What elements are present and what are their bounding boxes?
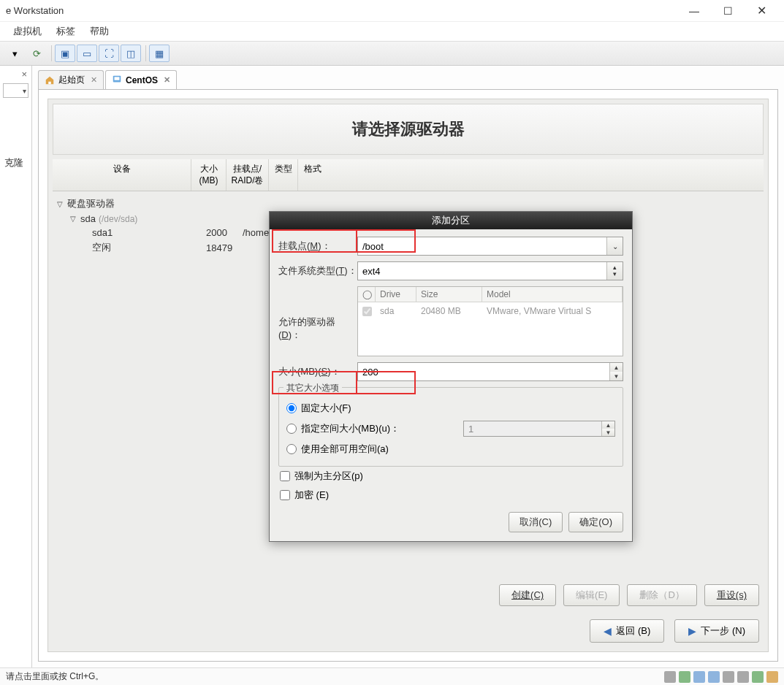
mountpoint-label: 挂载点(M)： — [278, 240, 357, 253]
tree-label: 空闲 — [92, 241, 111, 254]
next-button[interactable]: ▶下一步 (N) — [674, 619, 759, 643]
toolbar-view2-icon[interactable]: ▭ — [77, 45, 97, 62]
radio-all[interactable]: 使用全部可用空间(a) — [286, 440, 615, 459]
col-model[interactable]: Model — [482, 287, 623, 302]
vm-icon — [112, 74, 122, 86]
library-close-icon[interactable]: × — [21, 69, 27, 80]
fstype-input[interactable] — [358, 262, 606, 280]
tray-usb-icon[interactable] — [708, 671, 720, 683]
window-minimize-button[interactable]: — — [677, 0, 711, 22]
col-format[interactable]: 格式 — [298, 159, 327, 191]
tab-content: 请选择源驱动器 设备 大小 (MB) 挂载点/ RAID/卷 类型 格式 ▽ 硬… — [38, 89, 778, 662]
toolbar-fullscreen-icon[interactable]: ⛶ — [99, 45, 119, 62]
window-close-button[interactable]: ✕ — [745, 0, 778, 22]
radio-fixed[interactable]: 固定大小(F) — [286, 399, 615, 418]
tray-cd-icon[interactable] — [679, 671, 690, 683]
radio-upto[interactable]: 指定空间大小(MB)(u)： ▲▼ — [286, 418, 615, 440]
window-titlebar: e Workstation — ☐ ✕ — [0, 0, 784, 22]
toolbar-separator2 — [145, 45, 146, 61]
tray-sound-icon[interactable] — [723, 671, 734, 683]
size-input[interactable] — [358, 363, 609, 380]
row-mountpoint: 挂载点(M)： ⌄ — [278, 237, 623, 256]
checkbox-primary-row[interactable]: 强制为主分区(p) — [278, 467, 623, 486]
tree-row-harddrives[interactable]: ▽ 硬盘驱动器 — [53, 196, 764, 212]
mountpoint-combo[interactable]: ⌄ — [357, 237, 623, 256]
col-size[interactable]: 大小 (MB) — [191, 159, 227, 191]
tray-net-icon[interactable] — [693, 671, 705, 683]
toolbar-thumb-icon[interactable]: ▦ — [149, 45, 170, 62]
page-header: 请选择源驱动器 — [53, 104, 764, 155]
menu-help[interactable]: 帮助 — [83, 23, 116, 40]
window-maximize-button[interactable]: ☐ — [711, 0, 745, 22]
library-label: 克隆 — [0, 98, 31, 169]
col-drive-size[interactable]: Size — [416, 287, 482, 302]
drive-name: sda — [376, 304, 416, 318]
col-device[interactable]: 设备 — [53, 159, 191, 191]
arrow-left-icon: ◀ — [604, 625, 612, 637]
home-icon — [45, 75, 55, 85]
cell-size: 18479 — [206, 242, 232, 253]
menu-vm[interactable]: 虚拟机 — [6, 23, 49, 40]
spin-up-icon: ▲ — [602, 421, 614, 429]
drives-label: 允许的驱动器(D)： — [278, 286, 357, 342]
drive-checkbox — [362, 307, 372, 316]
tray-display-icon[interactable] — [752, 671, 764, 683]
tray-disk-icon[interactable] — [664, 671, 676, 683]
tab-home-close-icon[interactable]: ✕ — [91, 75, 97, 85]
size-spinner[interactable]: ▲▼ — [357, 362, 623, 381]
tab-centos-close-icon[interactable]: ✕ — [164, 75, 170, 85]
size-options-legend: 其它大小选项 — [283, 382, 342, 394]
checkbox-encrypt-row[interactable]: 加密 (E) — [278, 486, 623, 505]
tray-message-icon[interactable] — [766, 671, 778, 683]
expand-icon[interactable]: ▽ — [70, 215, 80, 223]
drives-header: ◯ Drive Size Model — [358, 287, 623, 302]
status-bar: 请点击里面或按 Ctrl+G。 — [0, 667, 784, 685]
updown-icon[interactable]: ▴▾ — [606, 262, 623, 280]
drives-list[interactable]: ◯ Drive Size Model sda 20480 MB — [357, 286, 623, 356]
delete-button: 删除（D） — [627, 584, 696, 606]
cancel-button[interactable]: 取消(C) — [509, 512, 563, 532]
radio-all-input[interactable] — [286, 444, 297, 454]
ok-button[interactable]: 确定(O) — [568, 512, 623, 532]
add-partition-dialog: 添加分区 挂载点(M)： ⌄ 文件系统 — [269, 211, 633, 542]
spin-down-icon[interactable]: ▼ — [610, 372, 623, 380]
spin-up-icon[interactable]: ▲ — [610, 363, 623, 372]
tray-printer-icon[interactable] — [737, 671, 749, 683]
checkbox-primary[interactable] — [280, 471, 290, 481]
partition-buttons: 创建(C) 编辑(E) 删除（D） 重设(s) — [48, 577, 768, 613]
fstype-combo[interactable]: ▴▾ — [357, 261, 623, 280]
mountpoint-input[interactable] — [358, 237, 606, 255]
col-mount[interactable]: 挂载点/ RAID/卷 — [227, 159, 269, 191]
tab-centos[interactable]: CentOS ✕ — [105, 70, 177, 89]
col-drive[interactable]: Drive — [376, 287, 416, 302]
col-check[interactable]: ◯ — [358, 287, 376, 302]
installer-frame: 请选择源驱动器 设备 大小 (MB) 挂载点/ RAID/卷 类型 格式 ▽ 硬… — [47, 99, 769, 652]
back-button[interactable]: ◀返回 (B) — [590, 619, 664, 643]
library-dropdown[interactable]: ▾ — [3, 83, 28, 98]
upto-input — [464, 421, 601, 436]
toolbar-refresh-icon[interactable]: ⟳ — [26, 45, 47, 62]
edit-button: 编辑(E) — [563, 584, 620, 606]
radio-upto-label: 指定空间大小(MB)(u)： — [301, 422, 400, 435]
drive-row-sda[interactable]: sda 20480 MB VMware, VMware Virtual S — [358, 302, 623, 320]
tab-home[interactable]: 起始页 ✕ — [38, 70, 104, 89]
toolbar-unity-icon[interactable]: ◫ — [121, 45, 141, 62]
create-button[interactable]: 创建(C) — [499, 584, 556, 606]
drive-size: 20480 MB — [416, 304, 482, 318]
toolbar-view1-icon[interactable]: ▣ — [55, 45, 75, 62]
toolbar-dropdown-icon[interactable]: ▾ — [4, 45, 25, 62]
checkbox-encrypt[interactable] — [280, 490, 290, 500]
radio-fixed-input[interactable] — [286, 403, 297, 413]
radio-upto-input[interactable] — [286, 424, 297, 434]
toolbar: ▾ ⟳ ▣ ▭ ⛶ ◫ ▦ — [0, 41, 784, 66]
tree-dev-path: (/dev/sda) — [99, 214, 137, 224]
chevron-down-icon[interactable]: ⌄ — [606, 237, 623, 255]
reset-button[interactable]: 重设(s) — [704, 584, 759, 606]
expand-icon[interactable]: ▽ — [57, 200, 67, 208]
nav-buttons: ◀返回 (B) ▶下一步 (N) — [48, 613, 768, 651]
checkbox-primary-label: 强制为主分区(p) — [294, 470, 363, 483]
tree-label: sda1 — [92, 227, 113, 238]
menu-tags[interactable]: 标签 — [49, 23, 83, 40]
col-type[interactable]: 类型 — [269, 159, 298, 191]
upto-spinner: ▲▼ — [463, 421, 615, 437]
